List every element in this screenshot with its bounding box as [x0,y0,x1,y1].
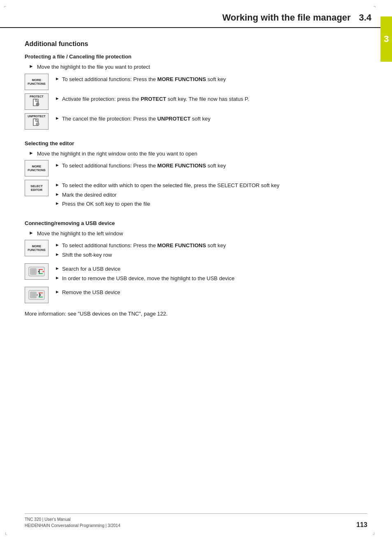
more-info: More information: see "USB devices on th… [25,310,367,318]
usb-remove-button [25,287,48,303]
section-heading: Additional functions [25,40,367,48]
sub-bullet-protect: ► Activate file protection: press the PR… [55,95,367,103]
intro-bullet-usb: ► Move the highlight to the left window [25,230,367,238]
intro-bullet-text-protect: Move the highlight to the file you want … [37,63,150,71]
corner-mark-tl: ⌐ [4,4,7,9]
chapter-number: 3 [384,34,389,44]
key-row-more-2: MORE FUNCTIONS ► To select additional fu… [25,160,367,176]
key-desc-select-editor: ► To select the editor with which to ope… [55,180,367,209]
arrow-icon: ► [55,274,60,281]
arrow-icon: ► [55,115,60,122]
sub-bullet-select-editor-3: ► Press the OK soft key to open the file [55,200,367,208]
key-row-more-1: MORE FUNCTIONS ► To select additional fu… [25,74,367,90]
key-row-protect: PROTECT ► Activate file protection: pres… [25,93,367,110]
corner-mark-bl: └ [4,532,7,537]
arrow-icon: ► [55,251,60,258]
btn-label-more-3a: MORE [32,244,42,248]
desc-more-2: To select additional functions: Press th… [62,162,226,170]
subsection-heading-usb: Connecting/removing a USB device [25,220,367,226]
unprotect-button: UNPROTECT [25,113,48,130]
btn-label-more-2a: MORE [32,165,42,168]
usb-connect-icon [28,265,45,279]
sub-bullet-usb-remove: ► Remove the USB device [55,288,367,297]
more-functions-button-2: MORE FUNCTIONS [25,160,48,176]
sub-bullet-select-editor-2: ► Mark the desired editor [55,191,367,199]
sub-bullet-select-editor-1: ► To select the editor with which to ope… [55,181,367,190]
subsection-protect: Protecting a file / Canceling file prote… [25,53,367,130]
page-footer: TNC 320 | User's Manual HEIDENHAIN Conve… [25,513,367,529]
arrow-icon: ► [55,191,60,198]
usb-remove-icon [28,288,45,302]
key-row-usb-remove: ► Remove the USB device [25,287,367,303]
unprotect-file-icon [32,118,41,127]
key-row-unprotect: UNPROTECT ► The cancel the file protecti… [25,113,367,130]
subsection-heading-editor: Selecting the editor [25,140,367,146]
intro-bullet-protect: ► Move the highlight to the file you wan… [25,63,367,71]
btn-label-more-1a: MORE [32,78,42,82]
key-desc-protect: ► Activate file protection: press the PR… [55,93,367,104]
arrow-icon: ► [55,241,60,248]
intro-bullet-editor: ► Move the highlight in the right window… [25,150,367,158]
key-row-select-editor: SELECT EDITOR ► To select the editor wit… [25,180,367,209]
desc-select-editor-3: Press the OK soft key to open the file [62,200,150,208]
unprotect-label: UNPROTECT [28,115,46,118]
btn-label-more-2b: FUNCTIONS [28,168,46,172]
arrow-icon: ► [55,265,60,272]
bullet-arrow: ► [29,150,34,156]
desc-select-editor-1: To select the editor with which to open … [62,181,279,190]
section-number: 3.4 [359,12,371,23]
bullet-arrow: ► [29,63,34,69]
arrow-icon: ► [55,162,60,169]
subsection-editor: Selecting the editor ► Move the highligh… [25,140,367,209]
usb-connect-button [25,263,48,280]
arrow-icon: ► [55,181,60,188]
sub-bullet-usb-1: ► Search for a USB device [55,265,367,273]
key-desc-usb-connect: ► Search for a USB device ► In order to … [55,263,367,283]
sub-bullet-usb-2: ► In order to remove the USB device, mov… [55,274,367,283]
footer-edition: HEIDENHAIN Conversational Programming | … [25,522,120,529]
btn-label-more-1b: FUNCTIONS [28,82,46,86]
arrow-icon: ► [55,95,60,102]
arrow-icon: ► [55,75,60,82]
subsection-usb: Connecting/removing a USB device ► Move … [25,220,367,304]
desc-more-3a: To select additional functions: Press th… [62,241,226,250]
more-functions-button-3: MORE FUNCTIONS [25,240,48,256]
protect-label: PROTECT [30,95,43,98]
protect-file-icon [32,98,41,107]
desc-more-1: To select additional functions: Press th… [62,75,226,84]
sub-bullet-more-2: ► To select additional functions: Press … [55,162,367,170]
svg-rect-4 [36,123,39,125]
key-row-more-3: MORE FUNCTIONS ► To select additional fu… [25,240,367,260]
key-desc-unprotect: ► The cancel the file protection: Press … [55,113,367,124]
svg-rect-15 [31,293,35,297]
desc-usb-2: In order to remove the USB device, move … [62,274,235,283]
corner-mark-br: ┘ [373,532,376,537]
footer-left: TNC 320 | User's Manual HEIDENHAIN Conve… [25,516,120,529]
sub-bullet-more-3a: ► To select additional functions: Press … [55,241,367,250]
svg-rect-7 [31,269,35,274]
key-desc-more-2: ► To select additional functions: Press … [55,160,367,171]
subsection-heading-protect: Protecting a file / Canceling file prote… [25,53,367,60]
desc-unprotect: The cancel the file protection: Press th… [62,115,210,123]
corner-mark-tr: ¬ [373,4,376,9]
arrow-icon: ► [55,288,60,295]
chapter-tab: 3 [380,16,392,62]
sub-bullet-more-3b: ► Shift the soft-key row [55,251,367,259]
page-title: Working with the file manager [222,12,351,23]
protect-button: PROTECT [25,93,48,110]
key-desc-usb-remove: ► Remove the USB device [55,287,367,298]
page-title-area: Working with the file manager 3.4 [222,12,371,23]
footer-page-number: 113 [356,521,367,529]
main-content: Additional functions Protecting a file /… [0,28,392,334]
more-functions-button-1: MORE FUNCTIONS [25,74,48,90]
intro-bullet-text-usb: Move the highlight to the left window [37,230,123,238]
footer-manual-title: TNC 320 | User's Manual [25,516,120,522]
bullet-arrow: ► [29,230,34,236]
key-desc-more-1: ► To select additional functions: Press … [55,74,367,85]
btn-label-select-editor-a: SELECT [30,184,43,188]
key-row-usb-connect: ► Search for a USB device ► In order to … [25,263,367,283]
select-editor-button: SELECT EDITOR [25,180,48,196]
page-header: Working with the file manager 3.4 [0,0,392,28]
intro-bullet-text-editor: Move the highlight in the right window o… [37,150,197,158]
sub-bullet-more-1: ► To select additional functions: Press … [55,75,367,84]
